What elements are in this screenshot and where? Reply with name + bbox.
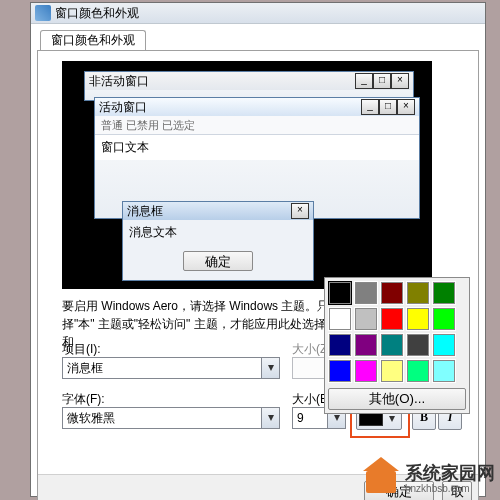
color-swatch[interactable] [380, 307, 404, 331]
color-swatch[interactable] [432, 307, 456, 331]
color-swatch[interactable] [406, 307, 430, 331]
color-swatch[interactable] [432, 359, 456, 383]
titlebar[interactable]: 窗口颜色和外观 [31, 3, 485, 24]
color-swatch[interactable] [354, 359, 378, 383]
preview-area: 非活动窗口 _ □ × 活动窗口 _ □ × 普 [62, 61, 432, 289]
color-swatch[interactable] [380, 281, 404, 305]
color-swatch[interactable] [328, 307, 352, 331]
close-icon: × [397, 99, 415, 115]
chevron-down-icon: ▾ [261, 408, 279, 428]
dialog-window: 窗口颜色和外观 窗口颜色和外观 非活动窗口 _ □ × 活动窗口 [30, 2, 486, 497]
color-swatch[interactable] [406, 281, 430, 305]
menu-bar: 普通 已禁用 已选定 [95, 116, 419, 135]
color-swatch[interactable] [406, 359, 430, 383]
tab-page: 非活动窗口 _ □ × 活动窗口 _ □ × 普 [37, 50, 479, 500]
color-swatch[interactable] [354, 281, 378, 305]
watermark: 系统家园网 hnzkhbsb.com [363, 459, 495, 495]
label-font: 字体(F): [62, 391, 105, 408]
chevron-down-icon: ▾ [261, 358, 279, 378]
inactive-window-titlebar: 非活动窗口 _ □ × [85, 72, 413, 90]
font-combo[interactable]: 微软雅黑 ▾ [62, 407, 280, 429]
color-swatch[interactable] [328, 359, 352, 383]
message-box: 消息框 × 消息文本 确定 [122, 201, 314, 281]
palette-grid [328, 281, 466, 383]
color-swatch[interactable] [406, 333, 430, 357]
color-palette-popup: 其他(O)... [324, 277, 470, 414]
active-window-titlebar: 活动窗口 _ □ × [95, 98, 419, 116]
color-swatch[interactable] [354, 333, 378, 357]
minimize-icon: _ [361, 99, 379, 115]
color-swatch[interactable] [354, 307, 378, 331]
maximize-icon: □ [373, 73, 391, 89]
color-swatch[interactable] [432, 281, 456, 305]
minimize-icon: _ [355, 73, 373, 89]
color-swatch[interactable] [328, 281, 352, 305]
inactive-window-title: 非活动窗口 [89, 73, 355, 90]
fsize-combo-value: 9 [293, 411, 327, 425]
app-icon [35, 5, 51, 21]
color-swatch[interactable] [328, 333, 352, 357]
house-icon [363, 459, 399, 495]
item-combo[interactable]: 消息框 ▾ [62, 357, 280, 379]
color-swatch[interactable] [380, 359, 404, 383]
tab-appearance[interactable]: 窗口颜色和外观 [40, 30, 146, 51]
message-box-titlebar: 消息框 × [123, 202, 313, 220]
dialog-title: 窗口颜色和外观 [55, 5, 139, 22]
tab-strip: 窗口颜色和外观 [37, 30, 479, 50]
label-item: 项目(I): [62, 341, 101, 358]
close-icon: × [391, 73, 409, 89]
message-box-title: 消息框 [127, 203, 291, 220]
color-swatch[interactable] [432, 333, 456, 357]
item-combo-value: 消息框 [63, 360, 261, 377]
close-icon: × [291, 203, 309, 219]
color-swatch[interactable] [380, 333, 404, 357]
message-box-ok: 确定 [183, 251, 253, 271]
window-text: 窗口文本 [95, 135, 419, 160]
watermark-title: 系统家园网 [405, 461, 495, 485]
font-combo-value: 微软雅黑 [63, 410, 261, 427]
active-window-title: 活动窗口 [99, 99, 361, 116]
message-box-text: 消息文本 [123, 220, 313, 245]
maximize-icon: □ [379, 99, 397, 115]
other-colors-button[interactable]: 其他(O)... [328, 388, 466, 410]
